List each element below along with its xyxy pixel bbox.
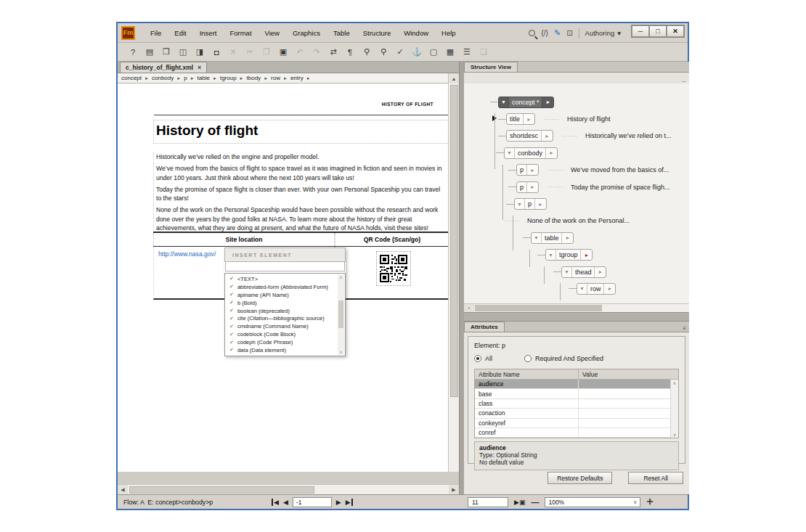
first-page-button[interactable]: ◀ bbox=[272, 499, 279, 506]
menu-item[interactable]: View bbox=[259, 26, 286, 40]
attribute-row[interactable]: conkeyref bbox=[475, 419, 678, 428]
attribute-value-cell[interactable] bbox=[579, 428, 678, 437]
formatting-marks-icon[interactable]: ¶ bbox=[342, 45, 358, 60]
table-icon[interactable]: ▦ bbox=[442, 45, 458, 60]
attribute-row[interactable]: class bbox=[475, 399, 678, 409]
zoom-out-button[interactable]: — bbox=[531, 498, 539, 507]
next-page-button[interactable]: ▶ bbox=[336, 499, 341, 506]
breadcrumb-item[interactable]: table bbox=[198, 75, 210, 81]
structure-node-concept[interactable]: ▼concept *► bbox=[490, 94, 689, 110]
document-horizontal-scrollbar[interactable]: ◀ ▶ bbox=[118, 484, 459, 494]
radio-all[interactable]: All bbox=[474, 355, 492, 362]
expand-arrow-icon[interactable]: ► bbox=[545, 148, 557, 158]
anchor-icon[interactable]: ⚓ bbox=[409, 45, 425, 60]
menu-item[interactable]: Table bbox=[327, 26, 357, 40]
pane-splitter[interactable] bbox=[459, 62, 464, 494]
nasa-link[interactable]: http://www.nasa.gov/ bbox=[158, 250, 216, 258]
structure-text-row[interactable]: ······None of the work on the Personal..… bbox=[495, 213, 689, 229]
breadcrumb-item[interactable]: row bbox=[271, 75, 280, 81]
scrollbar-thumb[interactable] bbox=[450, 85, 458, 397]
scroll-up-icon[interactable]: ∧ bbox=[673, 380, 676, 385]
structure-node-title[interactable]: title►······History of flight bbox=[498, 110, 689, 127]
redo-icon[interactable]: ↷ bbox=[309, 45, 325, 60]
publish-icon[interactable]: ❏ bbox=[476, 45, 492, 60]
menu-item[interactable]: File bbox=[144, 26, 168, 40]
table-header-cell[interactable]: Site location bbox=[153, 233, 335, 246]
paragraph[interactable]: None of the work on the Personal Spacesh… bbox=[153, 205, 448, 234]
expand-arrow-icon[interactable]: ► bbox=[561, 233, 573, 243]
scrollbar-thumb[interactable] bbox=[129, 486, 314, 494]
scroll-up-icon[interactable]: ▲ bbox=[449, 73, 459, 83]
paragraph[interactable]: Historically we’ve relied on the engine … bbox=[153, 152, 448, 163]
close-button[interactable]: ✕ bbox=[667, 25, 684, 37]
structure-horizontal-scrollbar[interactable]: ‹ bbox=[464, 303, 689, 312]
zoom-in-button[interactable]: ✛ bbox=[646, 497, 653, 507]
expand-arrow-icon[interactable]: ► bbox=[534, 199, 546, 209]
undo-icon[interactable]: ↶ bbox=[292, 45, 308, 60]
structure-node-p[interactable]: ▼p► bbox=[506, 195, 689, 212]
paragraph[interactable]: We’ve moved from the basics of flight to… bbox=[153, 163, 448, 184]
attributes-scrollbar[interactable]: ∧ ∨ bbox=[670, 380, 678, 438]
scroll-left-icon[interactable]: ‹ bbox=[464, 304, 474, 312]
open-icon[interactable]: ❒ bbox=[158, 45, 174, 60]
structure-node-p[interactable]: p►······Today the promise of space fligh… bbox=[508, 179, 689, 195]
scroll-down-icon[interactable]: ∨ bbox=[673, 432, 676, 437]
insert-element-option[interactable]: cite (Citation—bibliographic source) bbox=[225, 314, 338, 322]
breadcrumb-item[interactable]: conbody bbox=[152, 75, 174, 81]
attribute-row[interactable]: audience bbox=[475, 380, 678, 389]
insert-element-option[interactable]: apiname (API Name) bbox=[225, 291, 338, 299]
insert-element-option[interactable]: codeblock (Code Block) bbox=[225, 330, 338, 338]
attribute-row[interactable]: conaction bbox=[475, 409, 678, 418]
tab-structure-view[interactable]: Structure View bbox=[464, 62, 518, 72]
collapse-icon[interactable]: ▼ bbox=[515, 199, 525, 209]
menu-item[interactable]: Format bbox=[223, 26, 258, 40]
tab-attributes[interactable]: Attributes bbox=[464, 322, 505, 332]
restore-defaults-button[interactable]: Restore Defaults bbox=[547, 472, 612, 484]
column-header[interactable]: Value bbox=[579, 369, 678, 379]
cut-icon[interactable]: ✂ bbox=[242, 45, 258, 60]
scrollbar-thumb[interactable] bbox=[338, 300, 343, 328]
structure-node-row[interactable]: ▼row► bbox=[569, 280, 689, 297]
collapse-icon[interactable]: ▼ bbox=[562, 267, 572, 277]
conditional-text-icon[interactable]: ☰ bbox=[459, 45, 475, 60]
marker-icon[interactable]: ▶▣ bbox=[514, 499, 525, 506]
structure-node-shortdesc[interactable]: shortdesc►······Historically we’ve relie… bbox=[498, 128, 689, 144]
delete-icon[interactable]: ✕ bbox=[225, 45, 241, 60]
collapse-icon[interactable]: ▼ bbox=[532, 233, 542, 243]
expand-arrow-icon[interactable]: ► bbox=[526, 182, 538, 192]
insert-element-option[interactable]: boolean (deprecated) bbox=[225, 307, 338, 315]
structure-node-thead[interactable]: ▼thead► bbox=[553, 263, 689, 280]
search-icon[interactable] bbox=[529, 30, 535, 36]
previous-page-button[interactable]: ◀ bbox=[283, 499, 288, 506]
pen-icon[interactable]: ✎ bbox=[554, 28, 561, 38]
popup-scrollbar[interactable]: ∧ ∨ bbox=[338, 274, 344, 355]
breadcrumb-item[interactable]: tbody bbox=[247, 75, 261, 81]
menu-item[interactable]: Structure bbox=[357, 26, 398, 40]
structure-view-panel[interactable]: ▼concept *►title►······History of flight… bbox=[464, 83, 689, 303]
structure-node-table[interactable]: ▼table► bbox=[523, 229, 689, 246]
structure-node-conbody[interactable]: ▼conbody► bbox=[496, 144, 689, 161]
expand-arrow-icon[interactable]: ► bbox=[603, 284, 615, 294]
framemaker-logo-icon[interactable]: Fm bbox=[121, 26, 135, 40]
insert-element-option[interactable]: b (Bold) bbox=[225, 299, 338, 307]
frame-icon[interactable]: ⊡ bbox=[566, 29, 572, 37]
scroll-left-icon[interactable]: ◀ bbox=[118, 485, 128, 494]
save-as-icon[interactable]: ◨ bbox=[192, 45, 208, 60]
breadcrumb-item[interactable]: tgroup bbox=[220, 75, 237, 81]
structure-node-p[interactable]: p►······We’ve moved from the basics of..… bbox=[508, 162, 689, 179]
last-page-button[interactable]: ▶ bbox=[346, 499, 353, 506]
expand-arrow-icon[interactable]: ► bbox=[526, 165, 538, 175]
repeat-icon[interactable]: ⇄ bbox=[325, 45, 341, 60]
insert-element-option[interactable]: <TEXT> bbox=[225, 275, 338, 283]
document-vertical-scrollbar[interactable]: ▲ bbox=[448, 73, 459, 472]
expand-arrow-red-icon[interactable]: ► bbox=[580, 250, 592, 260]
zoom-in-text-icon[interactable]: ⚲ bbox=[359, 45, 375, 60]
document-title[interactable]: History of flight bbox=[153, 120, 448, 144]
breadcrumb-item[interactable]: p bbox=[184, 75, 187, 81]
expand-arrow-icon[interactable]: ► bbox=[541, 131, 553, 141]
document-tab[interactable]: c_history_of_flight.xml × bbox=[120, 62, 207, 73]
collapse-icon[interactable]: ▼ bbox=[505, 148, 515, 158]
xml-view-icon[interactable]: (/) bbox=[541, 29, 547, 37]
insert-element-option[interactable]: codeph (Code Phrase) bbox=[225, 338, 338, 346]
insert-element-option[interactable]: cmdname (Command Name) bbox=[225, 322, 338, 330]
